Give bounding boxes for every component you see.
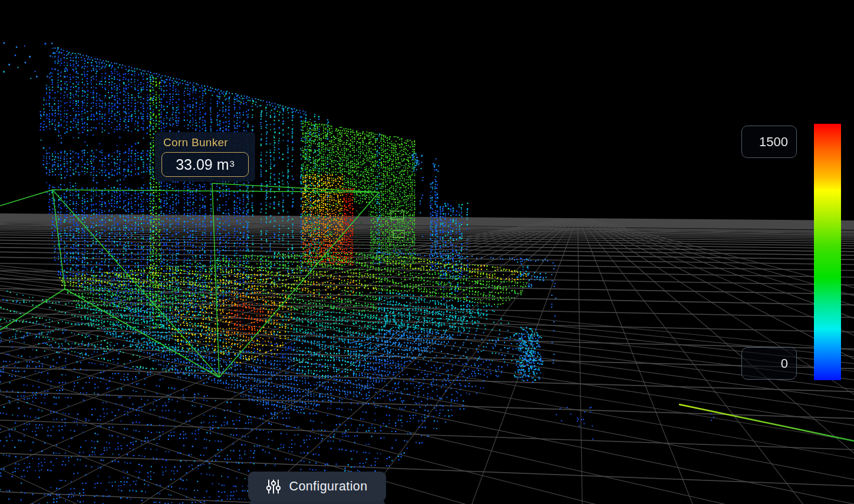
tooltip-title: Corn Bunker [163, 136, 249, 149]
volume-value: 33.09 m [176, 156, 229, 173]
volume-value-box: 33.09 m3 [161, 152, 249, 177]
pointcloud-viewport[interactable] [0, 0, 854, 504]
configuration-button[interactable]: Configuration [248, 472, 386, 501]
colorbar-max-input[interactable] [741, 126, 797, 158]
measurement-tooltip: Corn Bunker 33.09 m3 [155, 132, 255, 182]
lidar-volume-app: Corn Bunker 33.09 m3 Configuration [0, 0, 854, 504]
configuration-label: Configuration [289, 479, 367, 494]
colorbar-min-input[interactable] [741, 347, 797, 380]
sliders-icon [266, 479, 281, 495]
volume-exponent: 3 [230, 159, 235, 169]
colorbar-gradient [814, 124, 841, 380]
